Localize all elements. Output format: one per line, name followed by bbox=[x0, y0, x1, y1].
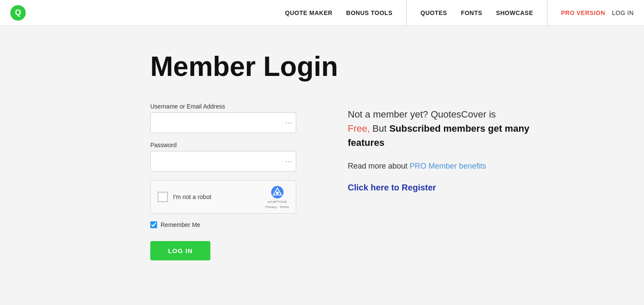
logo[interactable]: Q bbox=[10, 5, 26, 21]
pro-version-link[interactable]: PRO VERSION bbox=[561, 9, 605, 16]
username-group: Username or Email Address ⋯ bbox=[150, 103, 296, 133]
recaptcha-links-text: Privacy - Terms bbox=[265, 205, 289, 209]
nav-showcase[interactable]: SHOWCASE bbox=[496, 9, 533, 16]
primary-nav: QUOTE MAKER BONUS TOOLS bbox=[285, 0, 407, 25]
password-group: Password ⋯ bbox=[150, 142, 296, 172]
nav-bonus-tools[interactable]: BONUS TOOLS bbox=[346, 9, 392, 16]
nav-fonts[interactable]: FONTS bbox=[461, 9, 482, 16]
nav-quotes[interactable]: QUOTES bbox=[420, 9, 447, 16]
info-text: Not a member yet? QuotesCover is Free, B… bbox=[348, 107, 562, 150]
nav-quote-maker[interactable]: QUOTE MAKER bbox=[285, 9, 333, 16]
login-button[interactable]: LOG IN bbox=[150, 241, 210, 260]
logo-icon: Q bbox=[10, 5, 26, 21]
username-label: Username or Email Address bbox=[150, 103, 296, 110]
read-more-prefix: Read more about bbox=[348, 162, 410, 170]
main-content: Member Login Username or Email Address ⋯… bbox=[64, 26, 580, 295]
nav-actions: PRO VERSION Log In bbox=[561, 9, 634, 16]
recaptcha-logo-icon bbox=[270, 185, 284, 199]
password-label: Password bbox=[150, 142, 296, 148]
login-layout: Username or Email Address ⋯ Password ⋯ I… bbox=[150, 103, 562, 260]
secondary-nav: QUOTES FONTS SHOWCASE bbox=[420, 0, 547, 25]
remember-me-group: Remember Me bbox=[150, 221, 296, 228]
pro-benefits-link[interactable]: PRO Member benefits bbox=[410, 162, 486, 170]
password-input-wrapper: ⋯ bbox=[150, 151, 296, 172]
login-link[interactable]: Log In bbox=[612, 9, 634, 16]
password-icon: ⋯ bbox=[285, 157, 292, 166]
password-input[interactable] bbox=[150, 151, 296, 172]
recaptcha-label: I'm not a robot bbox=[173, 193, 260, 200]
header: Q QUOTE MAKER BONUS TOOLS QUOTES FONTS S… bbox=[0, 0, 644, 26]
info-line1: Not a member yet? QuotesCover is bbox=[348, 109, 496, 120]
page-title: Member Login bbox=[150, 51, 562, 82]
login-form-section: Username or Email Address ⋯ Password ⋯ I… bbox=[150, 103, 296, 260]
username-input[interactable] bbox=[150, 112, 296, 133]
recaptcha-brand-text: reCAPTCHA bbox=[267, 200, 287, 204]
remember-me-label: Remember Me bbox=[161, 221, 200, 228]
username-input-wrapper: ⋯ bbox=[150, 112, 296, 133]
info-free-word: Free, bbox=[348, 123, 370, 134]
svg-point-1 bbox=[276, 191, 278, 194]
read-more-line: Read more about PRO Member benefits bbox=[348, 162, 562, 171]
recaptcha-widget[interactable]: I'm not a robot reCAPTCHA Privacy - Term… bbox=[150, 180, 296, 214]
username-icon: ⋯ bbox=[285, 119, 292, 127]
remember-me-checkbox[interactable] bbox=[150, 221, 157, 228]
recaptcha-checkbox[interactable] bbox=[158, 192, 168, 202]
register-link[interactable]: Click here to Register bbox=[348, 183, 436, 192]
info-line2: But bbox=[372, 123, 389, 134]
recaptcha-logo-area: reCAPTCHA Privacy - Terms bbox=[265, 185, 289, 209]
login-info-section: Not a member yet? QuotesCover is Free, B… bbox=[348, 103, 562, 193]
